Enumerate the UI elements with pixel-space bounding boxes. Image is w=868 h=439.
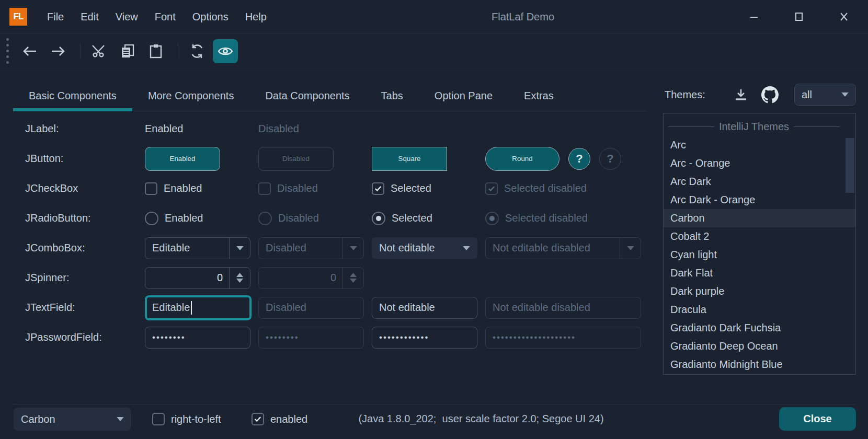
combobox-value: Carbon (14, 413, 110, 425)
menu-item[interactable]: Help (237, 0, 275, 33)
help-button-disabled: ? (599, 148, 621, 170)
paste-icon[interactable] (143, 39, 168, 63)
tab[interactable]: More Components (132, 81, 250, 111)
chevron-down-icon[interactable] (229, 238, 250, 259)
textfield-value: Not editable (379, 302, 435, 314)
checkbox-label: right-to-left (171, 413, 221, 425)
row-label-jspinner: JSpinner: (13, 272, 137, 284)
themes-list: IntelliJ Themes ArcArc - OrangeArc DarkA… (663, 113, 856, 375)
theme-list-item[interactable]: Arc Dark (664, 172, 855, 191)
eye-toggle-button[interactable] (213, 39, 238, 63)
themes-group-header: IntelliJ Themes (664, 117, 855, 136)
radio-circle[interactable] (145, 212, 158, 225)
theme-list-item[interactable]: Cobalt 2 (664, 227, 855, 246)
combobox-value[interactable]: Editable (145, 242, 229, 254)
tab[interactable]: Basic Components (13, 81, 132, 111)
textfield-editable[interactable]: Editable (145, 295, 252, 320)
toolbar-separator (178, 43, 178, 59)
github-icon[interactable] (761, 86, 779, 103)
spinner-enabled[interactable]: 0 (145, 267, 250, 289)
spinner-value[interactable]: 0 (145, 272, 229, 284)
password-dots: •••••••••••• (379, 332, 429, 343)
checkbox-box[interactable] (152, 413, 165, 425)
chevron-down-icon[interactable] (110, 408, 131, 430)
passwordfield-editable[interactable]: •••••••• (145, 327, 250, 349)
spinner-up-down-icons[interactable] (229, 268, 250, 288)
row-label-jradiobutton: JRadioButton: (13, 212, 137, 224)
round-button[interactable]: Round (485, 147, 559, 171)
tab-label: Option Pane (435, 90, 493, 102)
spinner-disabled: 0 (258, 267, 364, 289)
download-icon[interactable] (734, 88, 748, 101)
combobox-not-editable-disabled: Not editable disabled (485, 237, 641, 259)
tab[interactable]: Tabs (366, 81, 419, 111)
refresh-icon[interactable] (185, 39, 210, 63)
menu-item[interactable]: File (39, 0, 72, 33)
basic-components-grid: JLabel: Enabled Disabled JButton: Enable… (13, 114, 646, 352)
tab[interactable]: Option Pane (419, 81, 508, 111)
toolbar-grip[interactable] (6, 38, 9, 64)
menu-item[interactable]: Options (184, 0, 237, 33)
copy-icon[interactable] (115, 39, 140, 63)
close-button[interactable]: Close (779, 407, 856, 431)
checkbox-box[interactable] (145, 182, 157, 195)
theme-list-item[interactable]: Cyan light (664, 246, 855, 264)
themes-filter-combobox[interactable]: all (794, 84, 856, 106)
menu-item[interactable]: View (107, 0, 146, 33)
theme-list-item[interactable]: Carbon (664, 209, 855, 227)
tab-label: More Components (148, 90, 234, 102)
tab[interactable]: Data Components (249, 81, 365, 111)
theme-list-item[interactable]: Arc Dark - Orange (664, 191, 855, 209)
forward-icon[interactable] (45, 39, 71, 63)
checkbox-label: Enabled (164, 182, 202, 194)
checkbox-selected[interactable]: Selected (372, 182, 477, 195)
theme-list-item[interactable]: Gradianto Midnight Blue (664, 355, 855, 374)
rtl-checkbox[interactable]: right-to-left (152, 413, 221, 425)
checkbox-box-checked[interactable] (372, 182, 384, 195)
checkbox-enabled[interactable]: Enabled (145, 182, 250, 195)
theme-list-item[interactable]: Arc (664, 136, 855, 154)
checkbox-box-checked[interactable] (252, 413, 264, 425)
menu-item[interactable]: Font (146, 0, 184, 33)
theme-list-item[interactable]: Gradianto Dark Fuchsia (664, 319, 855, 337)
row-label-jpasswordfield: JPasswordField: (13, 331, 137, 343)
passwordfield-not-editable[interactable]: •••••••••••• (372, 327, 477, 349)
password-dots: •••••••• (266, 332, 299, 343)
maximize-icon[interactable] (786, 4, 812, 29)
theme-list-item[interactable]: Dracula (664, 301, 855, 319)
menubar: FileEditViewFontOptionsHelp (39, 0, 275, 33)
theme-list-item[interactable]: Dark purple (664, 282, 855, 301)
row-label-jcheckbox: JCheckBox (13, 182, 137, 194)
checkbox-label: Selected (391, 182, 431, 194)
square-button[interactable]: Square (372, 147, 447, 171)
enabled-checkbox[interactable]: enabled (252, 413, 307, 425)
theme-list-item[interactable]: Dark Flat (664, 264, 855, 282)
radio-circle-checked[interactable] (372, 212, 385, 225)
theme-list-item[interactable]: Arc - Orange (664, 154, 855, 172)
minimize-icon[interactable] (741, 4, 767, 29)
toolbar-separator (80, 43, 81, 59)
radio-selected[interactable]: Selected (372, 212, 477, 225)
tab-label: Basic Components (29, 90, 117, 102)
checkbox-selected-disabled: Selected disabled (485, 182, 641, 195)
textfield-value: Not editable disabled (493, 302, 590, 314)
statusbar-theme-combobox[interactable]: Carbon (14, 408, 131, 431)
tab[interactable]: Extras (508, 81, 569, 111)
textfield-not-editable[interactable]: Not editable (372, 297, 477, 319)
combobox-not-editable[interactable]: Not editable (372, 237, 477, 259)
main-panel: Basic ComponentsMore ComponentsData Comp… (13, 81, 646, 352)
help-button[interactable]: ? (568, 148, 590, 170)
cut-icon[interactable] (87, 39, 112, 63)
enabled-button[interactable]: Enabled (145, 147, 220, 171)
chevron-down-icon[interactable] (456, 238, 477, 259)
back-icon[interactable] (17, 39, 42, 63)
combobox-editable[interactable]: Editable (145, 237, 250, 259)
theme-list-item[interactable]: Gradianto Deep Ocean (664, 337, 855, 355)
scrollbar-thumb[interactable] (846, 138, 854, 193)
checkbox-label: enabled (270, 413, 307, 425)
close-icon[interactable] (831, 4, 856, 29)
checkbox-disabled: Disabled (258, 182, 364, 195)
chevron-down-icon[interactable] (835, 84, 855, 105)
radio-enabled[interactable]: Enabled (145, 212, 250, 225)
menu-item[interactable]: Edit (72, 0, 107, 33)
